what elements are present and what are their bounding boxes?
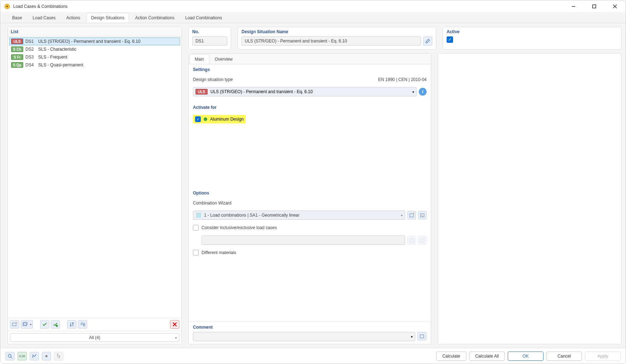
active-field-group: Active ✓ — [443, 27, 621, 50]
name-field-group: Design Situation Name ULS (STR/GEO) - Pe… — [238, 27, 436, 50]
combo-swatch-icon — [196, 213, 201, 218]
uls-badge: ULS — [11, 39, 23, 44]
minimize-button[interactable] — [566, 1, 581, 11]
svg-rect-17 — [410, 239, 413, 242]
comment-edit-button[interactable] — [417, 332, 427, 340]
active-label: Active — [447, 29, 617, 34]
chevron-down-icon — [401, 213, 403, 218]
svg-rect-2 — [593, 5, 596, 8]
new-item-button[interactable]: ✶ — [10, 320, 19, 329]
units-button[interactable]: 0,00 — [18, 352, 27, 360]
svg-line-21 — [11, 357, 12, 358]
calculate-all-button[interactable]: Calculate All — [469, 352, 505, 361]
item-number: DS3 — [25, 55, 36, 60]
dialog-window: Load Cases & Combinations Base Load Case… — [0, 0, 626, 364]
window-title: Load Cases & Combinations — [13, 4, 566, 9]
situation-list: ULS DS1 ULS (STR/GEO) - Permanent and tr… — [8, 37, 182, 318]
edit-name-button[interactable] — [423, 36, 432, 46]
module-status-icon — [204, 117, 207, 121]
no-input[interactable]: DS1 — [192, 36, 227, 46]
ds-type-label: Design situation type — [193, 77, 233, 82]
list-panel: List ULS DS1 ULS (STR/GEO) - Permanent a… — [8, 27, 182, 344]
sort-button[interactable] — [67, 320, 76, 329]
svg-rect-16 — [421, 214, 424, 217]
activate-checkbox[interactable]: ✓ — [195, 116, 201, 122]
color-button[interactable] — [42, 352, 51, 360]
structure-button[interactable] — [30, 352, 39, 360]
sqp-badge: S Qp — [11, 62, 23, 68]
active-checkbox[interactable]: ✓ — [447, 36, 453, 43]
activate-title: Activate for — [193, 105, 427, 110]
top-tabbar: Base Load Cases Actions Design Situation… — [0, 12, 626, 23]
list-item[interactable]: S Ch DS2 SLS - Characteristic — [9, 45, 180, 53]
tab-design-situations[interactable]: Design Situations — [86, 13, 129, 22]
footer-left-toolbar: 0,00 fx — [5, 352, 63, 360]
renumber-button[interactable]: 26 — [78, 320, 87, 329]
filter-select[interactable]: All (4) — [10, 333, 179, 342]
tab-load-combinations[interactable]: Load Combinations — [180, 13, 227, 22]
check-all-button[interactable] — [40, 320, 49, 329]
form-area: Settings Design situation type EN 1990 |… — [189, 64, 431, 322]
activate-aluminum-row[interactable]: ✓ Aluminum Design — [193, 115, 246, 123]
name-input[interactable]: ULS (STR/GEO) - Permanent and transient … — [242, 36, 421, 46]
ok-button[interactable]: OK — [508, 352, 543, 361]
opt-inclusive-row[interactable]: Consider inclusive/exclusive load cases — [193, 225, 427, 231]
svg-point-22 — [45, 355, 48, 357]
item-name: SLS - Quasi-permanent — [38, 62, 83, 67]
comment-input[interactable] — [193, 332, 415, 341]
opt-materials-row[interactable]: Different materials — [193, 250, 427, 256]
list-header: List — [8, 27, 182, 37]
svg-point-20 — [8, 354, 11, 357]
close-button[interactable] — [608, 1, 622, 11]
new-from-template-button[interactable]: ▾ — [21, 320, 33, 329]
list-item[interactable]: ULS DS1 ULS (STR/GEO) - Permanent and tr… — [9, 37, 180, 45]
wizard-edit-button[interactable] — [418, 211, 427, 219]
formula-button[interactable]: fx — [54, 352, 63, 360]
combo-wizard-select[interactable]: 1 - Load combinations | SA1 - Geometrica… — [193, 211, 405, 220]
tab-actions[interactable]: Actions — [61, 13, 85, 22]
cancel-button[interactable]: Cancel — [546, 352, 582, 361]
name-label: Design Situation Name — [242, 29, 432, 34]
combo-wizard-value: 1 - Load combinations | SA1 - Geometrica… — [204, 213, 299, 218]
uncheck-all-button[interactable] — [51, 320, 60, 329]
chevron-down-icon — [175, 335, 177, 340]
inner-tabbar: Main Overview — [189, 54, 431, 64]
inner-tab-overview[interactable]: Overview — [209, 54, 238, 64]
footer-right-buttons: Calculate Calculate All OK Cancel Apply — [436, 352, 621, 361]
delete-button[interactable] — [170, 320, 179, 329]
window-buttons — [566, 1, 622, 11]
inclusive-select — [202, 236, 405, 245]
calculate-button[interactable]: Calculate — [436, 352, 466, 361]
inner-tab-main[interactable]: Main — [189, 54, 209, 64]
settings-title: Settings — [193, 67, 427, 72]
tab-action-combinations[interactable]: Action Combinations — [130, 13, 179, 22]
uls-badge: ULS — [195, 89, 208, 95]
content-area: List ULS DS1 ULS (STR/GEO) - Permanent a… — [0, 23, 626, 348]
search-button[interactable] — [5, 352, 15, 360]
tab-base[interactable]: Base — [8, 13, 26, 22]
item-name: ULS (STR/GEO) - Permanent and transient … — [38, 39, 140, 44]
inclusive-checkbox[interactable] — [193, 225, 199, 231]
list-item[interactable]: S Fr DS3 SLS - Frequent — [9, 53, 180, 61]
comment-section: Comment — [189, 322, 431, 344]
ds-type-value: ULS (STR/GEO) - Permanent and transient … — [210, 89, 313, 94]
wizard-new-button[interactable]: ✶ — [407, 211, 416, 219]
preview-pane — [438, 53, 621, 344]
tab-load-cases[interactable]: Load Cases — [28, 13, 60, 22]
ds-type-select[interactable]: ULS ULS (STR/GEO) - Permanent and transi… — [193, 87, 417, 96]
svg-rect-18 — [421, 239, 424, 242]
comment-title: Comment — [193, 325, 427, 330]
detail-panel: No. DS1 Design Situation Name ULS (STR/G… — [188, 27, 621, 344]
list-toolbar: ✶ ▾ 26 — [8, 318, 182, 331]
svg-text:✶: ✶ — [412, 213, 414, 216]
options-title: Options — [193, 191, 427, 196]
no-field-group: No. DS1 — [188, 27, 231, 50]
materials-checkbox[interactable] — [193, 250, 199, 256]
chevron-down-icon — [412, 89, 414, 94]
info-button[interactable]: i — [419, 88, 427, 96]
maximize-button[interactable] — [587, 1, 601, 11]
activate-label: Aluminum Design — [210, 117, 244, 122]
svg-text:✶: ✶ — [15, 322, 17, 325]
item-name: SLS - Characteristic — [38, 47, 76, 52]
list-item[interactable]: S Qp DS4 SLS - Quasi-permanent — [9, 61, 180, 69]
